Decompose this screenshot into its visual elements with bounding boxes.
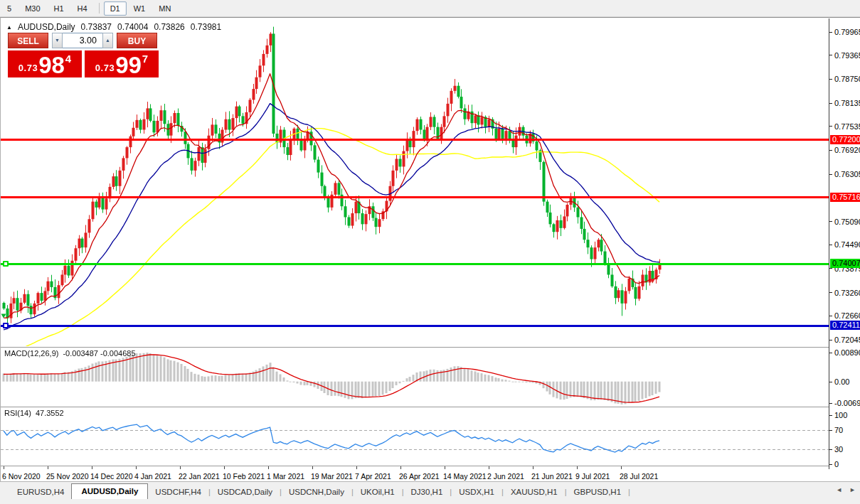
x-axis-date-label: 14 May 2021 — [443, 472, 487, 481]
y-axis-tick: 0.76305 — [834, 170, 860, 178]
price-line-label: 0.77200 — [830, 135, 860, 144]
axis-tick-mark — [829, 150, 832, 151]
timeframe-button-h4[interactable]: H4 — [71, 1, 94, 16]
macd-axis-tick: 0.00 — [834, 377, 849, 386]
tab-scroll-left-icon[interactable]: ◄ — [836, 486, 842, 493]
axis-tick-mark — [829, 382, 832, 382]
bid-price-prefix: 0.73 — [18, 63, 38, 73]
timeframe-button-w1[interactable]: W1 — [127, 1, 152, 16]
tab-separator: | — [628, 488, 630, 499]
axis-tick-mark — [829, 340, 832, 341]
tab-scroll-buttons: ◄ ► — [836, 486, 856, 493]
rsi-name: RSI(14) — [4, 409, 31, 417]
timeframe-button-h1[interactable]: H1 — [48, 1, 70, 16]
bid-price-big: 98 — [38, 54, 65, 76]
volume-input[interactable] — [63, 33, 102, 48]
ohlc-low: 0.73826 — [154, 22, 184, 32]
axis-tick-mark — [829, 126, 832, 127]
axis-tick-mark — [829, 316, 832, 316]
y-axis-tick: 0.72660 — [834, 311, 860, 320]
y-axis-tick: 0.78135 — [834, 99, 860, 107]
chart-tab[interactable]: USDCNH,Daily — [282, 485, 351, 499]
chart-header: ▲ AUDUSD,Daily 0.73837 0.74004 0.73826 0… — [6, 22, 221, 32]
chart-tab[interactable]: DJ30,H1 — [404, 485, 450, 499]
buy-button[interactable]: BUY — [117, 33, 157, 48]
axis-tick-mark — [829, 32, 832, 33]
axis-tick-mark — [829, 55, 832, 55]
ask-price-prefix: 0.73 — [95, 63, 115, 73]
macd-name: MACD(12,26,9) — [4, 349, 58, 358]
x-axis-date-label: 22 Jan 2021 — [179, 472, 220, 481]
y-axis-tick: 0.78750 — [834, 75, 860, 83]
toolbar-separator — [99, 3, 100, 14]
x-axis-date-label: 21 Jun 2021 — [531, 472, 573, 481]
rsi-axis-tick: 30 — [834, 445, 843, 454]
volume-increase-button[interactable]: ▲ — [102, 33, 113, 48]
y-axis-tick: 0.79365 — [834, 51, 860, 60]
rsi-indicator-label: RSI(14) 47.3552 — [4, 409, 64, 417]
chart-tab[interactable]: GBPUSD,H1 — [567, 485, 628, 499]
rsi-axis-tick: 100 — [834, 411, 847, 419]
chart-tab[interactable]: USDX,H1 — [452, 485, 501, 499]
x-axis-date-label: 1 Mar 2021 — [267, 472, 304, 481]
ohlc-close: 0.73981 — [191, 22, 221, 32]
sell-button[interactable]: SELL — [8, 33, 48, 48]
axis-tick-mark — [829, 464, 832, 465]
x-axis-date-label: 19 Mar 2021 — [311, 472, 353, 481]
axis-tick-mark — [829, 174, 832, 175]
chart-tab[interactable]: USDCHF,H4 — [148, 485, 208, 499]
chart-tab[interactable]: USDCAD,Daily — [211, 485, 280, 499]
axis-tick-mark — [829, 403, 832, 404]
x-axis-date-label: 28 Jul 2021 — [620, 472, 658, 481]
timeframe-button-5[interactable]: 5 — [1, 1, 18, 16]
macd-values: -0.003487 -0.004685 — [63, 349, 135, 358]
y-axis-tick: 0.77535 — [834, 122, 860, 131]
x-axis-date-label: 14 Dec 2020 — [90, 472, 133, 481]
chart-tab-bar: EURUSD,H4AUDUSD,DailyUSDCHF,H4|USDCAD,Da… — [0, 481, 860, 499]
chart-symbol-label: AUDUSD,Daily — [18, 22, 75, 32]
timeframe-button-mn[interactable]: MN — [152, 1, 177, 16]
ask-price-box[interactable]: 0.73 99 7 — [85, 50, 159, 77]
chart-tab[interactable]: UKOil,H1 — [354, 485, 402, 499]
timeframe-button-m30[interactable]: M30 — [18, 1, 46, 16]
x-axis-date-label: 7 Apr 2021 — [355, 472, 391, 481]
volume-decrease-button[interactable]: ▼ — [52, 33, 63, 48]
rsi-value: 47.3552 — [36, 409, 64, 417]
bid-price-box[interactable]: 0.73 98 4 — [8, 50, 82, 77]
price-line-label: 0.75716 — [830, 193, 860, 202]
chart-tab[interactable]: AUDUSD,Daily — [71, 483, 148, 499]
bid-price-sup: 4 — [65, 53, 71, 65]
trading-terminal: 5M30H1H4D1W1MN ▲ AUDUSD,Daily 0.73837 0.… — [0, 0, 860, 504]
macd-axis-tick: 0.008903 — [834, 348, 860, 357]
ohlc-open: 0.73837 — [81, 22, 112, 32]
collapse-arrow-icon[interactable]: ▲ — [6, 24, 12, 31]
axis-tick-mark — [829, 415, 832, 416]
ohlc-high: 0.74004 — [117, 22, 148, 32]
price-line-label: 0.74007 — [830, 259, 860, 268]
macd-axis-tick: -0.006977 — [834, 399, 860, 407]
timeframe-button-d1[interactable]: D1 — [104, 1, 127, 16]
macd-indicator-label: MACD(12,26,9) -0.003487 -0.004685 — [4, 349, 136, 358]
price-line-label: 0.72411 — [830, 321, 860, 330]
price-axis[interactable]: 0.799650.793650.787500.781350.775350.769… — [829, 18, 860, 469]
axis-tick-mark — [829, 79, 832, 80]
rsi-axis-tick: 70 — [834, 426, 843, 434]
date-axis[interactable]: 6 Nov 202025 Nov 202014 Dec 20204 Jan 20… — [1, 469, 829, 482]
x-axis-date-label: 10 Feb 2021 — [223, 472, 265, 481]
y-axis-tick: 0.79965 — [834, 28, 860, 36]
chart-tab[interactable]: XAUUSD,H1 — [504, 485, 565, 499]
price-chart-canvas[interactable] — [1, 18, 829, 469]
axis-tick-mark — [829, 292, 832, 293]
x-axis-date-label: 4 Jan 2021 — [134, 472, 171, 481]
y-axis-tick: 0.75090 — [834, 218, 860, 226]
axis-tick-mark — [829, 103, 832, 104]
axis-tick-mark — [829, 430, 832, 431]
x-axis-date-label: 9 Jul 2021 — [575, 472, 610, 481]
chart-tab[interactable]: EURUSD,H4 — [10, 485, 71, 499]
tab-scroll-right-icon[interactable]: ► — [849, 486, 856, 493]
y-axis-tick: 0.74490 — [834, 240, 860, 249]
x-axis-date-label: 26 Apr 2021 — [399, 472, 440, 481]
ask-price-sup: 7 — [142, 53, 148, 65]
y-axis-tick: 0.76920 — [834, 146, 860, 154]
x-axis-date-label: 6 Nov 2020 — [2, 472, 41, 481]
